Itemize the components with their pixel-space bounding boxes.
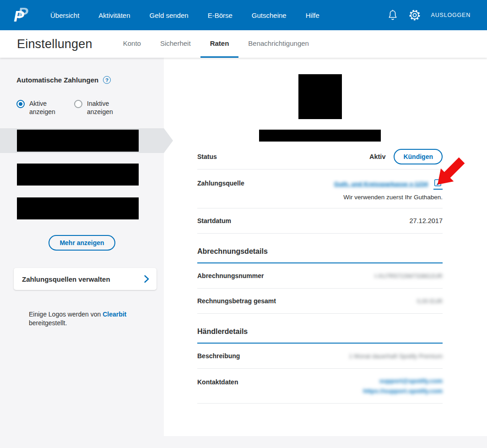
help-icon[interactable]: ? bbox=[103, 76, 111, 84]
billing-total-value: 0,00 EUR bbox=[417, 298, 443, 305]
clearbit-note-prefix: Einige Logos werden von bbox=[29, 311, 101, 318]
start-date-row: Startdatum 27.12.2017 bbox=[197, 208, 443, 234]
settings-header: Einstellungen Konto Sicherheit Raten Ben… bbox=[0, 30, 487, 58]
nav-right-group: AUSLOGGEN bbox=[387, 9, 471, 22]
page-body: Automatische Zahlungen ? Aktive anzeigen… bbox=[0, 58, 487, 436]
radio-show-active[interactable]: Aktive anzeigen bbox=[16, 99, 58, 116]
nav-item-geld-senden[interactable]: Geld senden bbox=[150, 11, 189, 19]
status-label: Status bbox=[197, 153, 217, 160]
redacted-merchant-name bbox=[259, 130, 381, 142]
nav-item-gutscheine[interactable]: Gutscheine bbox=[252, 11, 287, 19]
footer-strip bbox=[0, 436, 487, 448]
edit-pencil-icon bbox=[433, 178, 443, 187]
automatic-payments-list bbox=[0, 130, 164, 219]
billing-number-row: Abrechnungsnummer I-XU7R5723W7336G2UR bbox=[197, 263, 443, 289]
status-row: Status Aktiv Kündigen bbox=[197, 144, 443, 169]
filter-radio-group: Aktive anzeigen Inaktive anzeigen bbox=[16, 99, 164, 116]
billing-number-label: Abrechnungsnummer bbox=[197, 272, 264, 279]
radio-show-inactive[interactable]: Inaktive anzeigen bbox=[74, 99, 119, 116]
start-date-label: Startdatum bbox=[197, 217, 231, 224]
payment-source-note: Wir verwenden zuerst Ihr Guthaben. bbox=[343, 194, 443, 201]
sidebar: Automatische Zahlungen ? Aktive anzeigen… bbox=[0, 58, 164, 436]
radio-inactive-icon bbox=[74, 100, 82, 108]
contact-row: Kontaktdaten support@spotify.com https:/… bbox=[197, 369, 443, 404]
cancel-agreement-button[interactable]: Kündigen bbox=[394, 149, 443, 164]
merchant-section-heading: Händlerdetails bbox=[197, 328, 443, 344]
description-value: 1 Monat dauerhaft Spotify Premium bbox=[349, 353, 443, 360]
nav-item-uebersicht[interactable]: Übersicht bbox=[50, 11, 79, 19]
contact-url-link[interactable]: https://support.spotify.com bbox=[363, 388, 443, 394]
billing-section-heading: Abrechnungsdetails bbox=[197, 247, 443, 263]
manage-card-label: Zahlungsquellen verwalten bbox=[22, 275, 110, 283]
chevron-right-icon bbox=[144, 275, 149, 283]
redacted-merchant-entry bbox=[17, 130, 139, 152]
edit-payment-source-button[interactable] bbox=[433, 178, 443, 190]
payment-source-link[interactable]: Guth. und Kreissparkasse x-1234 bbox=[334, 180, 428, 187]
payment-source-label: Zahlungsquelle bbox=[197, 178, 244, 187]
redacted-merchant-entry bbox=[17, 164, 139, 186]
status-value: Aktiv bbox=[369, 153, 385, 160]
manage-payment-sources-card[interactable]: Zahlungsquellen verwalten bbox=[14, 268, 157, 290]
logout-button[interactable]: AUSLOGGEN bbox=[431, 12, 471, 18]
nav-item-hilfe[interactable]: Hilfe bbox=[306, 11, 319, 19]
tab-konto[interactable]: Konto bbox=[114, 30, 151, 58]
nav-menu: Übersicht Aktivitäten Geld senden E-Börs… bbox=[50, 11, 319, 19]
clearbit-link[interactable]: Clearbit bbox=[103, 311, 126, 318]
show-more-button[interactable]: Mehr anzeigen bbox=[49, 235, 115, 251]
clearbit-attribution: Einige Logos werden von Clearbit bereitg… bbox=[29, 310, 130, 328]
notifications-bell-icon[interactable] bbox=[387, 9, 398, 22]
payment-source-row: Zahlungsquelle Guth. und Kreissparkasse … bbox=[197, 169, 443, 208]
payment-list-item-selected[interactable] bbox=[0, 130, 164, 152]
radio-inactive-label: Inaktive anzeigen bbox=[87, 99, 119, 116]
payment-list-item[interactable] bbox=[0, 197, 164, 219]
tab-raten[interactable]: Raten bbox=[200, 30, 239, 58]
contact-email-link[interactable]: support@spotify.com bbox=[379, 377, 443, 384]
nav-item-aktivitaeten[interactable]: Aktivitäten bbox=[98, 11, 130, 19]
description-row: Beschreibung 1 Monat dauerhaft Spotify P… bbox=[197, 344, 443, 369]
billing-number-value: I-XU7R5723W7336G2UR bbox=[374, 273, 443, 279]
redacted-merchant-entry bbox=[17, 197, 139, 219]
payment-list-item[interactable] bbox=[0, 164, 164, 186]
sidebar-section-title: Automatische Zahlungen bbox=[16, 76, 98, 84]
billing-total-label: Rechnungsbetrag gesamt bbox=[197, 297, 276, 305]
tab-sicherheit[interactable]: Sicherheit bbox=[151, 30, 200, 58]
clearbit-note-suffix: bereitgestellt. bbox=[29, 319, 67, 327]
top-nav: P P Übersicht Aktivitäten Geld senden E-… bbox=[0, 0, 487, 30]
contact-label: Kontaktdaten bbox=[197, 377, 238, 386]
radio-active-icon bbox=[16, 100, 25, 108]
settings-gear-icon[interactable] bbox=[408, 9, 421, 22]
settings-tabs: Konto Sicherheit Raten Benachrichtigunge… bbox=[114, 30, 319, 58]
redacted-merchant-logo bbox=[298, 74, 342, 119]
radio-active-label: Aktive anzeigen bbox=[29, 99, 58, 116]
billing-total-row: Rechnungsbetrag gesamt 0,00 EUR bbox=[197, 289, 443, 314]
page-title: Einstellungen bbox=[17, 37, 92, 51]
paypal-logo-icon[interactable]: P P bbox=[14, 4, 30, 26]
nav-item-eboerse[interactable]: E-Börse bbox=[208, 11, 233, 19]
tab-benachrichtigungen[interactable]: Benachrichtigungen bbox=[238, 30, 319, 58]
agreement-detail-panel: Status Aktiv Kündigen Zahlungsquelle Gut… bbox=[164, 58, 487, 436]
start-date-value: 27.12.2017 bbox=[409, 217, 443, 224]
description-label: Beschreibung bbox=[197, 352, 240, 360]
